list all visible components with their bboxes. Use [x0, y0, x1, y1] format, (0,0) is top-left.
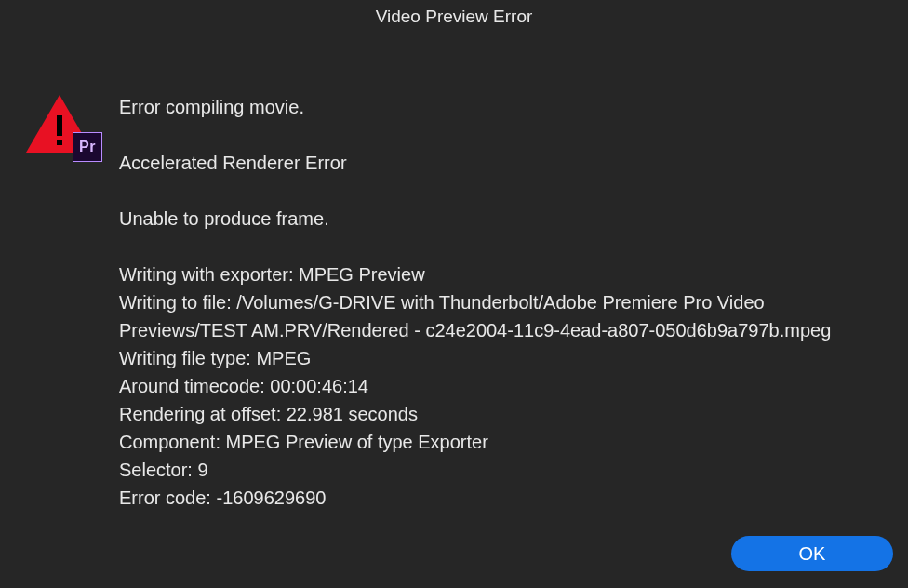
detail-errorcode: Error code: -1609629690 — [119, 484, 871, 512]
ok-button[interactable]: OK — [731, 536, 893, 571]
detail-filetype: Writing file type: MPEG — [119, 344, 871, 372]
detail-component: Component: MPEG Preview of type Exporter — [119, 428, 871, 456]
warning-icon: Pr — [26, 95, 93, 156]
dialog-title: Video Preview Error — [376, 7, 533, 27]
dialog-titlebar: Video Preview Error — [0, 0, 908, 33]
message-column: Error compiling movie. Accelerated Rende… — [119, 93, 871, 536]
svg-rect-2 — [57, 140, 62, 145]
error-dialog: Video Preview Error Pr Error compiling m… — [0, 0, 908, 588]
error-description: Unable to produce frame. — [119, 205, 871, 233]
svg-rect-1 — [57, 115, 62, 136]
detail-exporter: Writing with exporter: MPEG Preview — [119, 261, 871, 288]
detail-file: Writing to file: /Volumes/G-DRIVE with T… — [119, 288, 871, 344]
dialog-content: Pr Error compiling movie. Accelerated Re… — [0, 33, 908, 536]
app-badge-label: Pr — [79, 139, 96, 155]
detail-selector: Selector: 9 — [119, 456, 871, 484]
icon-column: Pr — [26, 93, 119, 536]
detail-offset: Rendering at offset: 22.981 seconds — [119, 400, 871, 428]
premiere-app-badge-icon: Pr — [73, 132, 102, 162]
button-bar: OK — [0, 536, 908, 588]
detail-timecode: Around timecode: 00:00:46:14 — [119, 372, 871, 400]
error-heading: Error compiling movie. — [119, 93, 871, 121]
error-subheading: Accelerated Renderer Error — [119, 149, 871, 177]
